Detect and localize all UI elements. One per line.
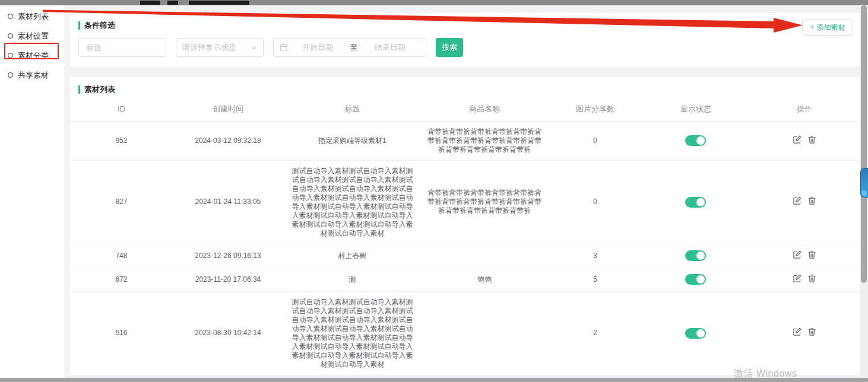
section-accent-bar [78,21,80,30]
cell-status [642,244,749,268]
sidebar-item-label: 共享素材 [18,70,49,81]
sidebar-item-label: 素材分类 [18,50,49,61]
calendar-icon [280,43,288,52]
add-material-label: 添加素材 [817,23,845,33]
filter-row: 请选择显示状态 开始日期 至 结束日期 搜索 [78,38,463,57]
cropped-text-fragment [140,1,160,5]
edit-icon[interactable] [793,327,802,336]
column-header-status: 显示状态 [642,97,749,121]
date-range-picker[interactable]: 开始日期 至 结束日期 [273,38,426,57]
floating-side-handle[interactable] [860,168,868,198]
column-header-shares: 图片分享数 [548,97,643,121]
start-date-placeholder: 开始日期 [288,42,348,53]
search-button[interactable]: 搜索 [436,38,463,57]
cell-shares: 5 [548,268,643,291]
column-header-title: 标题 [283,97,422,121]
edit-icon[interactable] [793,250,802,259]
sidebar-item-label: 素材列表 [18,11,49,22]
cell-product: 背带裤背带裤背带裤背带裤背带裤背带裤背带裤背带裤背带裤背带裤背带裤背带裤背带裤背… [422,160,548,244]
cell-product [422,291,548,375]
cropped-window-top [0,0,868,5]
cell-shares: 0 [548,121,643,160]
display-status-toggle[interactable] [685,274,706,285]
column-header-actions: 操作 [749,97,860,121]
delete-icon[interactable] [807,274,816,283]
delete-icon[interactable] [807,250,816,259]
cell-actions [749,160,860,244]
circle-bullet-icon [8,72,13,78]
display-status-toggle[interactable] [685,197,706,208]
plus-icon: + [810,23,814,31]
edit-icon[interactable] [793,274,802,283]
cell-title: 指定采购端等级素材1 [283,121,422,160]
edit-icon[interactable] [793,196,802,205]
cell-status [642,291,749,375]
table-row: 748 2023-12-26 09:16:13 村上春树 3 [70,244,860,268]
table-header-row: ID 创建时间 标题 商品名称 图片分享数 显示状态 操作 [70,97,860,121]
display-status-select[interactable]: 请选择显示状态 [176,38,264,57]
table-section-title: 素材列表 [70,77,860,95]
sidebar-item-label: 素材设置 [18,31,49,42]
filter-panel: 条件筛选 + 添加素材 请选择显示状态 开始日期 至 结束日期 搜索 [70,13,860,66]
delete-icon[interactable] [807,135,816,144]
cell-created: 2024-01-24 11:33:05 [173,160,283,244]
sidebar-item-material-category[interactable]: 素材分类 [0,46,64,65]
column-header-product: 商品名称 [422,97,548,121]
edit-icon[interactable] [793,135,802,144]
delete-icon[interactable] [807,196,816,205]
cell-title: 测 [283,268,422,291]
cell-title: 村上春树 [283,244,422,268]
column-header-id: ID [70,97,173,121]
table-row: 827 2024-01-24 11:33:05 测试自动导入素材测试自动导入素材… [70,160,860,244]
chevron-down-icon [251,44,257,51]
circle-bullet-icon [8,14,13,19]
cell-created: 2023-12-26 09:16:13 [173,244,283,268]
sidebar-item-shared-material[interactable]: 共享素材 [0,65,64,85]
display-status-toggle[interactable] [685,250,706,261]
cell-created: 2024-03-12 09:32:18 [173,121,283,160]
cell-actions [749,244,860,268]
date-range-separator: 至 [348,42,360,53]
cell-actions [749,121,860,160]
end-date-placeholder: 结束日期 [360,42,420,53]
cell-id: 748 [70,244,173,268]
cropped-text-fragment [189,1,249,5]
sidebar-item-material-settings[interactable]: 素材设置 [0,26,64,46]
cell-id: 827 [70,160,173,244]
cell-id: 952 [70,121,173,160]
cell-created: 2023-11-20 17:06:34 [173,268,283,291]
material-list-panel: 素材列表 ID 创建时间 标题 商品名称 图片分享数 显示状态 操作 952 2… [70,77,860,375]
cell-id: 672 [70,268,173,291]
cell-status [642,268,749,291]
title-filter-input[interactable] [78,38,166,57]
cell-shares: 2 [548,291,643,375]
table-row: 672 2023-11-20 17:06:34 测 饱饱 5 [70,268,860,291]
material-table: ID 创建时间 标题 商品名称 图片分享数 显示状态 操作 952 2024-0… [70,97,860,375]
scrollbar-thumb[interactable] [861,5,867,283]
select-placeholder: 请选择显示状态 [182,42,236,53]
display-status-toggle[interactable] [685,135,706,146]
app-window: 素材列表 素材设置 素材分类 共享素材 条件筛选 + 添加素材 请选择显示状态 [0,0,868,382]
section-accent-bar [78,85,80,94]
cell-created: 2023-08-30 10:42:14 [173,291,283,375]
cell-shares: 3 [548,244,643,268]
sidebar-item-material-list[interactable]: 素材列表 [0,7,64,26]
cell-product [422,244,548,268]
table-row: 516 2023-08-30 10:42:14 测试自动导入素材测试自动导入素材… [70,291,860,375]
cell-title: 测试自动导入素材测试自动导入素材测试自动导入素材测试自动导入素材测试自动导入素材… [283,291,422,375]
filter-section-title: 条件筛选 [70,13,860,31]
cell-id: 516 [70,291,173,375]
cell-status [642,160,749,244]
cell-status [642,121,749,160]
cell-product: 饱饱 [422,268,548,291]
table-row: 952 2024-03-12 09:32:18 指定采购端等级素材1 背带裤背带… [70,121,860,160]
add-material-button[interactable]: + 添加素材 [802,19,853,36]
cell-product: 背带裤背带裤背带裤背带裤背带裤背带裤背带裤背带裤背带裤背带裤背带裤背带裤背带裤背… [422,121,548,160]
display-status-toggle[interactable] [685,328,706,339]
circle-bullet-icon [8,53,13,58]
cell-actions [749,268,860,291]
sidebar: 素材列表 素材设置 素材分类 共享素材 [0,5,64,378]
cropped-text-fragment [167,1,178,5]
cell-title: 测试自动导入素材测试自动导入素材测试自动导入素材测试自动导入素材测试自动导入素材… [283,160,422,244]
delete-icon[interactable] [807,327,816,336]
